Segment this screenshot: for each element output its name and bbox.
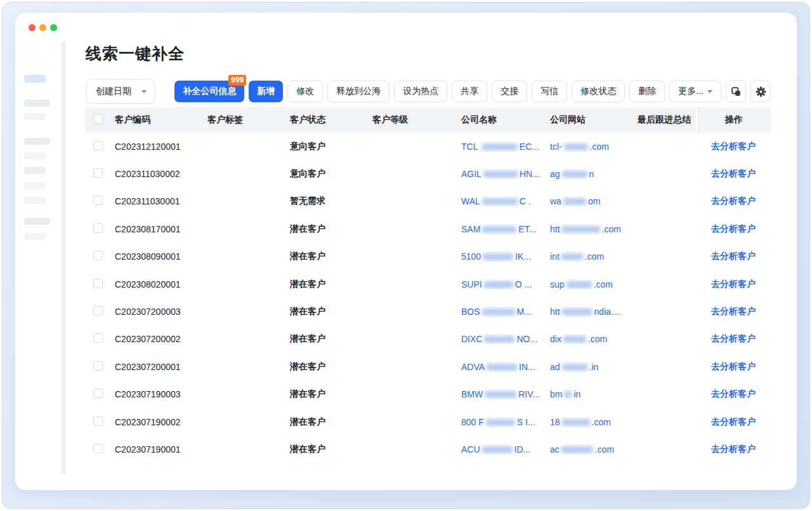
company-name-visible: ID... [514,444,531,455]
toolbar: 创建日期 补全公司信息 999 新增 修改释放到公海设为热点共享交接写信修改状态… [86,79,771,104]
redacted-text [486,419,515,426]
add-button[interactable]: 新增 [249,81,283,102]
customer-code: C202311030001 [115,196,207,206]
row-checkbox[interactable] [93,223,103,233]
company-website-link[interactable]: sup.com [550,279,613,289]
sync-button[interactable] [726,81,746,102]
row-checkbox[interactable] [93,196,103,205]
row-checkbox[interactable] [93,306,103,315]
sidebar-item[interactable] [24,182,46,189]
sidebar-item[interactable] [24,152,46,159]
button-label: 共享 [461,86,478,97]
column-header: 公司网站 [550,114,638,126]
analyze-customer-link[interactable]: 去分析客户 [711,279,756,289]
select-all-checkbox[interactable] [93,114,103,124]
write-email-button[interactable]: 写信 [532,81,567,102]
settings-button[interactable] [750,81,771,102]
company-name-link[interactable]: WALC . [461,196,531,206]
row-checkbox[interactable] [93,141,103,150]
analyze-customer-link[interactable]: 去分析客户 [711,306,756,316]
analyze-customer-link[interactable]: 去分析客户 [711,416,756,427]
company-website-link[interactable]: bmin [550,389,580,399]
sidebar-item[interactable] [24,167,46,174]
row-checkbox[interactable] [93,168,103,178]
toolbar-buttons: 补全公司信息 999 新增 修改释放到公海设为热点共享交接写信修改状态删除 更多… [174,81,771,102]
more-button[interactable]: 更多... [669,81,721,102]
complete-company-info-button[interactable]: 补全公司信息 999 [174,81,244,102]
row-checkbox[interactable] [93,251,103,260]
company-name-link[interactable]: BOSM... [461,307,532,317]
customer-status: 潜在客户 [290,223,372,235]
company-name-visible: WAL [461,196,480,206]
company-name-link[interactable]: ADVAIN... [461,362,535,372]
company-name-link[interactable]: 5100IK... [461,251,531,262]
app-window: 线索一键补全 创建日期 补全公司信息 999 新增 修改释放到公海设为热点共享交… [15,13,797,490]
table-row: C202311030002意向客户AGILHN...agn去分析客户 [86,160,771,187]
row-checkbox[interactable] [93,333,103,343]
company-name-link[interactable]: BMWRIV... [461,389,540,399]
row-checkbox[interactable] [93,416,103,426]
analyze-customer-link[interactable]: 去分析客户 [711,251,756,261]
company-name-link[interactable]: AGILHN... [461,169,540,179]
sidebar-item-active[interactable] [24,75,46,83]
company-name-visible: ADVA [461,362,485,372]
company-website-link[interactable]: int.com [550,251,604,262]
analyze-customer-link[interactable]: 去分析客户 [711,196,756,206]
row-checkbox[interactable] [93,388,103,398]
analyze-customer-link[interactable]: 去分析客户 [711,388,756,399]
button-label: 补全公司信息 [183,86,236,97]
change-status-button[interactable]: 修改状态 [572,81,625,102]
customer-status: 潜在客户 [290,444,372,455]
company-name-visible: S I... [517,417,535,427]
company-website-link[interactable]: waom [550,196,600,206]
delete-button[interactable]: 删除 [629,81,665,102]
sidebar-item[interactable] [24,233,46,240]
set-hot-button[interactable]: 设为热点 [394,81,447,102]
company-website-link[interactable]: httndia.... [550,307,621,317]
website-visible: wa [550,196,561,206]
release-to-public-pool-button[interactable]: 释放到公海 [327,81,390,102]
company-name-link[interactable]: TCL EC... [461,142,539,152]
company-name-link[interactable]: SAMET... [461,224,536,234]
company-name-link[interactable]: 800 FS I... [461,417,535,427]
row-checkbox[interactable] [93,444,103,453]
share-button[interactable]: 共享 [452,81,487,102]
website-visible: htt [550,224,560,234]
website-visible: htt [550,307,560,317]
row-checkbox[interactable] [93,361,103,371]
analyze-customer-link[interactable]: 去分析客户 [711,333,756,343]
create-date-dropdown[interactable]: 创建日期 [87,80,154,103]
company-name-link[interactable]: ACUID... [461,444,530,455]
redacted-text [482,446,513,453]
handover-button[interactable]: 交接 [492,81,527,102]
company-website-link[interactable]: 18.com [550,417,611,427]
customer-status: 潜在客户 [290,279,372,290]
sidebar-item[interactable] [24,138,50,145]
company-website-link[interactable]: tcl-.com [550,142,609,152]
analyze-customer-link[interactable]: 去分析客户 [711,141,756,151]
redacted-text [483,171,518,178]
customer-code: C202307200003 [115,307,207,317]
modify-button[interactable]: 修改 [287,81,323,102]
sidebar-item[interactable] [24,197,46,204]
button-label: 删除 [638,86,656,97]
redacted-text [563,198,586,205]
analyze-customer-link[interactable]: 去分析客户 [711,223,756,234]
sidebar-item[interactable] [24,100,50,107]
analyze-customer-link[interactable]: 去分析客户 [711,168,756,178]
row-checkbox[interactable] [93,279,103,288]
company-website-link[interactable]: htt.com [550,224,621,234]
sidebar-item[interactable] [24,113,46,120]
company-name-visible: O ... [515,279,532,289]
redacted-text [564,391,572,398]
analyze-customer-link[interactable]: 去分析客户 [711,361,756,371]
company-name-link[interactable]: SUPIO ... [461,279,532,289]
analyze-customer-link[interactable]: 去分析客户 [711,444,756,454]
company-website-link[interactable]: dix.com [550,334,607,344]
company-name-link[interactable]: DIXCNO... [461,334,537,344]
customer-code: C202308020001 [115,279,207,289]
sidebar-item[interactable] [24,218,50,225]
company-website-link[interactable]: ad.in [550,362,598,372]
company-website-link[interactable]: agn [550,169,594,179]
company-website-link[interactable]: ac.com [550,444,614,455]
